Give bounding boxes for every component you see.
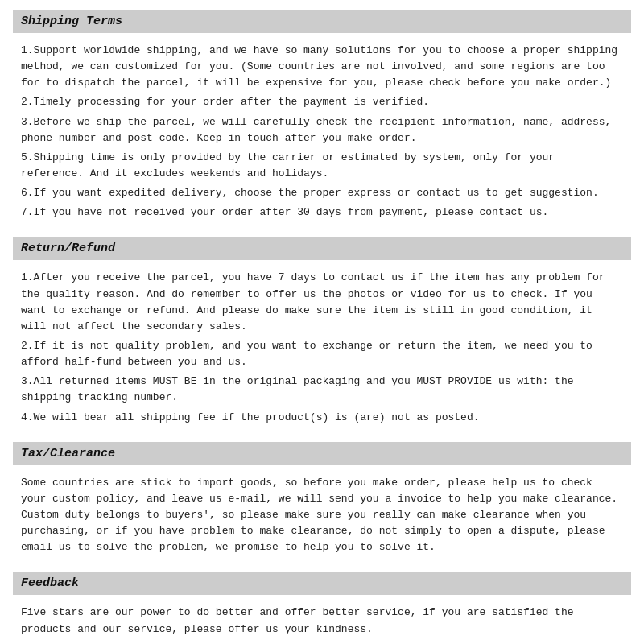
section-title-tax-clearance: Tax/Clearance [21, 447, 623, 460]
paragraph-return-refund-3: 4.We will bear all shipping fee if the p… [21, 410, 623, 426]
section-tax-clearance: Tax/ClearanceSome countries are stick to… [13, 442, 631, 569]
paragraph-feedback-0: Five stars are our power to do better an… [21, 605, 623, 637]
section-feedback: FeedbackFive stars are our power to do b… [13, 572, 631, 644]
section-return-refund: Return/Refund1.After you receive the par… [13, 237, 631, 438]
section-body-tax-clearance: Some countries are stick to import goods… [13, 472, 631, 569]
section-body-return-refund: 1.After you receive the parcel, you have… [13, 266, 631, 438]
paragraph-return-refund-1: 2.If it is not quality problem, and you … [21, 338, 623, 370]
section-title-feedback: Feedback [21, 576, 623, 590]
section-header-return-refund: Return/Refund [13, 237, 631, 260]
section-header-tax-clearance: Tax/Clearance [13, 442, 631, 465]
paragraph-shipping-terms-0: 1.Support worldwide shipping, and we hav… [21, 43, 623, 91]
paragraph-shipping-terms-2: 3.Before we ship the parcel, we will car… [21, 114, 623, 147]
paragraph-shipping-terms-4: 6.If you want expedited delivery, choose… [21, 185, 623, 201]
paragraph-tax-clearance-0: Some countries are stick to import goods… [21, 475, 623, 556]
paragraph-shipping-terms-5: 7.If you have not received your order af… [21, 204, 623, 221]
paragraph-return-refund-0: 1.After you receive the parcel, you have… [21, 270, 623, 335]
section-body-shipping-terms: 1.Support worldwide shipping, and we hav… [13, 39, 631, 233]
paragraph-return-refund-2: 3.All returned items MUST BE in the orig… [21, 374, 623, 406]
paragraph-shipping-terms-3: 5.Shipping time is only provided by the … [21, 150, 623, 182]
section-header-feedback: Feedback [13, 572, 631, 595]
paragraph-shipping-terms-1: 2.Timely processing for your order after… [21, 94, 623, 110]
section-title-shipping-terms: Shipping Terms [21, 14, 623, 28]
page-container: Shipping Terms1.Support worldwide shippi… [0, 0, 644, 644]
section-header-shipping-terms: Shipping Terms [13, 10, 631, 33]
section-shipping-terms: Shipping Terms1.Support worldwide shippi… [13, 10, 631, 233]
section-title-return-refund: Return/Refund [21, 242, 623, 255]
section-body-feedback: Five stars are our power to do better an… [13, 601, 631, 644]
